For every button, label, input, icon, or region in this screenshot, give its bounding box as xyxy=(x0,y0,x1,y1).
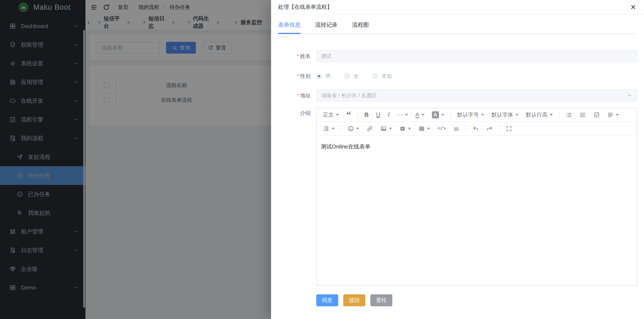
radio-circle xyxy=(316,73,322,79)
caret-down-icon xyxy=(616,114,619,116)
line-height-button[interactable]: 默认行高 xyxy=(523,110,556,120)
radio-male[interactable]: 男 xyxy=(316,73,331,80)
tab-form-info[interactable]: 表单信息 xyxy=(278,21,300,34)
tab-flow-diagram[interactable]: 流程图 xyxy=(352,21,369,34)
italic-button[interactable]: I xyxy=(385,110,393,120)
process-drawer: 处理【在线表单流程】 × 表单信息 流转记录 流程图 *姓名 测试 *性别 男 … xyxy=(271,0,644,319)
paragraph-style-button[interactable]: 正文 xyxy=(320,110,342,120)
toolbar-divider xyxy=(499,124,500,133)
name-field[interactable]: 测试 xyxy=(316,50,637,62)
link-button[interactable] xyxy=(364,124,376,134)
emoji-button[interactable] xyxy=(344,124,362,134)
intro-label: 介绍 xyxy=(300,110,310,116)
form-row-name: *姓名 测试 xyxy=(271,50,637,62)
approve-button[interactable]: 同意 xyxy=(316,294,338,306)
required-asterisk: * xyxy=(297,93,299,98)
bullet-list-button[interactable] xyxy=(563,110,575,120)
redo-button[interactable] xyxy=(483,124,496,134)
toolbar-divider xyxy=(559,111,560,119)
caret-down-icon xyxy=(481,114,484,116)
toolbar-divider xyxy=(358,111,358,119)
toolbar-divider xyxy=(450,111,451,119)
image-button[interactable] xyxy=(378,124,395,134)
toolbar-divider xyxy=(466,124,466,133)
numbered-list-button[interactable] xyxy=(577,110,589,120)
caret-down-icon xyxy=(441,114,444,116)
address-select[interactable]: 湖南省 / 长沙市 / 岳麓区 xyxy=(316,90,637,101)
modal-overlay[interactable] xyxy=(0,0,271,319)
caret-down-icon xyxy=(422,114,424,116)
font-family-button[interactable]: 默认字体 xyxy=(488,110,522,120)
font-color-button[interactable]: A xyxy=(412,110,428,120)
drawer-actions: 同意 驳回 委托 xyxy=(316,294,392,306)
editor-toolbar-row1: 正文 “ B U I ⋯ A A 默认字号 默认字体 默认行高 xyxy=(316,108,637,122)
caret-down-icon xyxy=(427,128,430,130)
task-list-button[interactable] xyxy=(590,110,603,120)
radio-circle xyxy=(344,73,350,79)
drawer-tabs: 表单信息 流转记录 流程图 xyxy=(278,15,637,34)
align-button[interactable] xyxy=(604,110,622,120)
tab-flow-records[interactable]: 流转记录 xyxy=(315,21,338,34)
drawer-title: 处理【在线表单流程】 xyxy=(278,3,332,11)
caret-down-icon xyxy=(332,128,334,130)
divider-line-button[interactable] xyxy=(450,124,462,134)
form-row-address: *地址 湖南省 / 长沙市 / 岳麓区 xyxy=(271,90,637,101)
chevron-down-icon xyxy=(627,93,632,98)
editor-toolbar-row2: </> xyxy=(316,122,637,136)
caret-down-icon xyxy=(356,128,359,130)
caret-down-icon xyxy=(550,114,553,116)
reject-button[interactable]: 驳回 xyxy=(343,294,365,306)
delegate-button[interactable]: 委托 xyxy=(370,294,392,306)
form-row-gender: *性别 男 女 未知 xyxy=(271,71,637,81)
bold-button[interactable]: B xyxy=(361,110,372,120)
code-block-button[interactable]: </> xyxy=(434,124,449,134)
drawer-header: 处理【在线表单流程】 × xyxy=(271,0,644,15)
address-label: 地址 xyxy=(300,93,310,98)
underline-button[interactable]: U xyxy=(373,110,383,120)
rich-text-editor: 正文 “ B U I ⋯ A A 默认字号 默认字体 默认行高 xyxy=(316,108,637,286)
toolbar-divider xyxy=(341,124,341,133)
video-button[interactable] xyxy=(396,124,414,134)
indent-button[interactable] xyxy=(320,124,338,134)
caret-down-icon xyxy=(389,128,392,130)
radio-circle xyxy=(372,73,378,79)
form-row-intro: 介绍 正文 “ B U I ⋯ A A 默认字号 默认字体 默认行高 xyxy=(271,108,637,286)
caret-down-icon xyxy=(405,114,408,116)
background-color-button[interactable]: A xyxy=(429,110,447,120)
radio-unknown[interactable]: 未知 xyxy=(372,73,392,80)
fullscreen-button[interactable] xyxy=(503,124,515,134)
radio-female[interactable]: 女 xyxy=(344,73,359,80)
gender-label: 性别 xyxy=(300,73,310,79)
caret-down-icon xyxy=(336,114,339,116)
caret-down-icon xyxy=(516,114,518,116)
close-icon[interactable]: × xyxy=(630,3,636,12)
table-button[interactable] xyxy=(416,124,433,134)
more-styles-button[interactable]: ⋯ xyxy=(394,110,411,120)
blockquote-button[interactable]: “ xyxy=(344,110,354,120)
name-label: 姓名 xyxy=(300,53,310,59)
font-size-button[interactable]: 默认字号 xyxy=(454,110,487,120)
editor-content[interactable]: 测试Online在线表单 xyxy=(316,136,637,285)
caret-down-icon xyxy=(408,128,411,130)
undo-button[interactable] xyxy=(470,124,482,134)
required-asterisk: * xyxy=(297,73,299,79)
required-asterisk: * xyxy=(297,53,299,59)
